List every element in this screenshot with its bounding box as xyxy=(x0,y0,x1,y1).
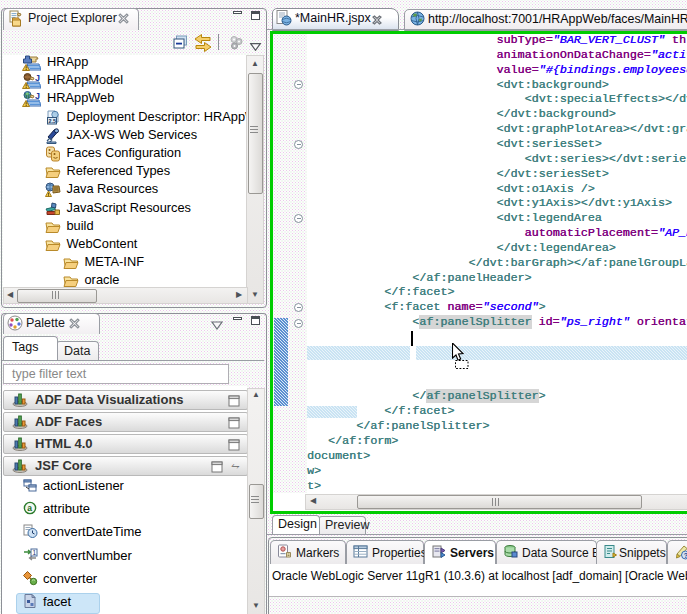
svg-text:1: 1 xyxy=(33,549,37,556)
svg-text:a: a xyxy=(27,503,32,513)
